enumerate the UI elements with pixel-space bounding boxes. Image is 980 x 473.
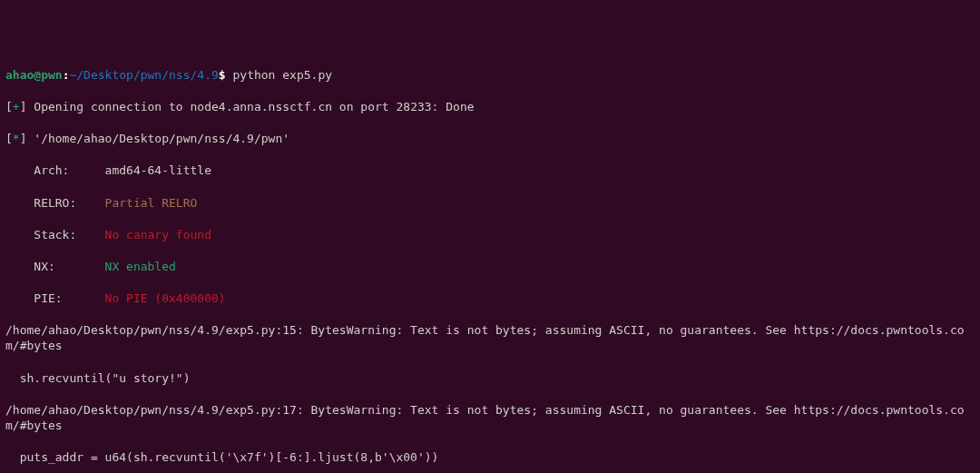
pie-value: No PIE (0x400000) — [105, 291, 226, 305]
checksec-nx: NX: NX enabled — [5, 259, 975, 275]
bytes-warning-2: /home/ahao/Desktop/pwn/nss/4.9/exp5.py:1… — [5, 402, 975, 434]
nx-value: NX enabled — [105, 260, 176, 273]
relro-label: RELRO: — [5, 196, 105, 210]
prompt-sep2: $ — [219, 68, 233, 82]
bracket-close: ] — [20, 132, 34, 145]
arch-label: Arch: — [5, 163, 105, 177]
bytes-warning-1: /home/ahao/Desktop/pwn/nss/4.9/exp5.py:1… — [5, 322, 975, 354]
checksec-relro: RELRO: Partial RELRO — [5, 195, 975, 212]
prompt-line[interactable]: ahao@pwn:~/Desktop/pwn/nss/4.9$ python e… — [5, 67, 975, 84]
checksec-stack: Stack: No canary found — [5, 227, 975, 243]
bytes-warning-2-code: puts_addr = u64(sh.recvuntil('\x7f')[-6:… — [5, 449, 975, 466]
bytes-warning-1-code: sh.recvuntil("u story!") — [5, 370, 975, 387]
connection-line: [+] Opening connection to node4.anna.nss… — [5, 99, 975, 115]
binary-path: '/home/ahao/Desktop/pwn/nss/4.9/pwn' — [34, 132, 289, 145]
pie-label: PIE: — [5, 291, 105, 305]
star-icon: * — [13, 132, 20, 145]
connection-text: Opening connection to node4.anna.nssctf.… — [34, 100, 474, 113]
nx-label: NX: — [5, 260, 105, 273]
plus-icon: + — [13, 100, 20, 113]
checksec-arch: Arch: amd64-64-little — [5, 163, 975, 179]
stack-value: No canary found — [105, 228, 211, 241]
checksec-pie: PIE: No PIE (0x400000) — [5, 291, 975, 307]
user-host: ahao@pwn — [5, 68, 63, 82]
stack-label: Stack: — [5, 228, 105, 241]
relro-value: Partial RELRO — [105, 196, 198, 210]
bracket-open: [ — [5, 100, 13, 113]
arch-value: amd64-64-little — [105, 163, 211, 177]
cwd-path: ~/Desktop/pwn/nss/4.9 — [69, 68, 218, 82]
bracket-close: ] — [20, 100, 34, 113]
entered-command: python exp5.py — [232, 68, 332, 82]
bracket-open: [ — [5, 132, 13, 145]
binary-path-line: [*] '/home/ahao/Desktop/pwn/nss/4.9/pwn' — [5, 131, 975, 147]
